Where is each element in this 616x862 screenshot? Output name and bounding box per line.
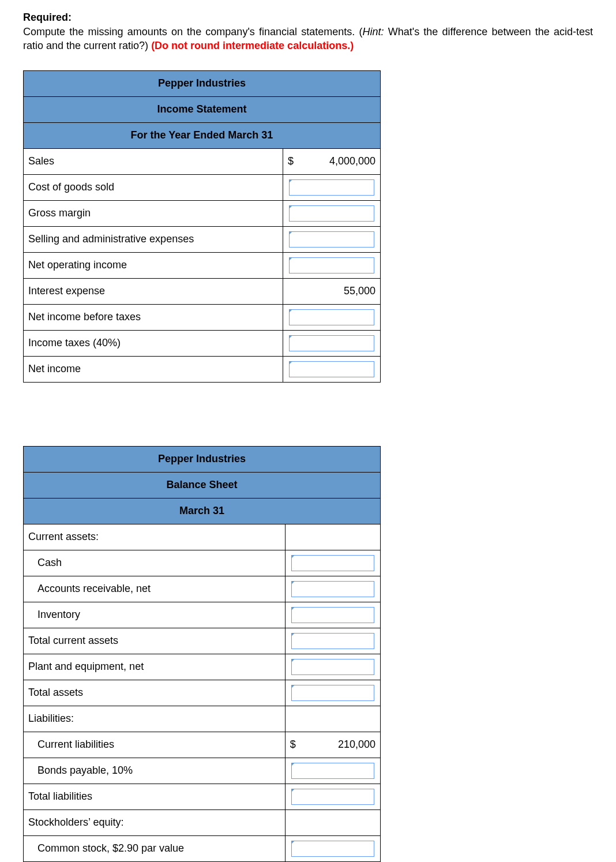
amount-value: 55,000 [344,285,375,297]
is-row: Cost of goods sold [24,174,381,200]
instr-warning: (Do not round intermediate calculations.… [151,40,354,51]
bs-row-label: Total current assets [24,628,286,654]
is-input-cell[interactable] [283,200,381,226]
bs-row: Stockholders’ equity: [24,809,381,835]
is-input-cell[interactable] [283,174,381,200]
is-input-cell[interactable] [283,304,381,330]
instructions-text: Compute the missing amounts on the compa… [23,25,593,53]
bs-input-cell[interactable] [285,550,380,576]
bs-title-period: March 31 [24,498,381,524]
is-row: Sales$4,000,000 [24,148,381,174]
bs-row: Current liabilities$210,000 [24,732,381,758]
bs-row-label: Cash [24,550,286,576]
bs-input-cell[interactable] [285,602,380,628]
is-row: Selling and administrative expenses [24,226,381,252]
amount-value: 4,000,000 [329,155,375,167]
bs-blank-cell [285,524,380,550]
is-row: Net operating income [24,252,381,278]
is-row-label: Net income before taxes [24,304,283,330]
bs-input-cell[interactable] [285,758,380,784]
is-input-cell[interactable] [283,252,381,278]
editable-field[interactable] [289,205,374,222]
editable-field[interactable] [291,607,374,623]
bs-input-cell[interactable] [285,576,380,602]
is-title-period: For the Year Ended March 31 [24,122,381,148]
editable-field[interactable] [289,231,374,248]
editable-field[interactable] [291,581,374,597]
instr-hint-label: Hint: [363,26,384,38]
bs-title-statement: Balance Sheet [24,472,381,498]
instr-part1: Compute the missing amounts on the compa… [23,26,363,38]
editable-field[interactable] [289,179,374,196]
editable-field[interactable] [291,763,374,779]
is-row-label: Net operating income [24,252,283,278]
bs-row: Inventory [24,602,381,628]
bs-input-cell[interactable] [285,784,380,809]
is-title-statement: Income Statement [24,96,381,122]
bs-row-label: Liabilities: [24,706,286,732]
bs-input-cell[interactable] [285,835,380,861]
is-row: Net income before taxes [24,304,381,330]
bs-row-label: Plant and equipment, net [24,654,286,680]
required-label: Required: [23,12,593,24]
bs-row-label: Current assets: [24,524,286,550]
editable-field[interactable] [291,841,374,857]
bs-blank-cell [285,809,380,835]
bs-row: Cash [24,550,381,576]
bs-value-cell: $210,000 [285,732,380,758]
bs-row: Current assets: [24,524,381,550]
currency-symbol: $ [290,739,296,751]
is-row-label: Net income [24,356,283,382]
editable-field[interactable] [291,789,374,805]
bs-row: Total liabilities [24,784,381,809]
bs-row-label: Accounts receivable, net [24,576,286,602]
is-row: Gross margin [24,200,381,226]
is-input-cell[interactable] [283,330,381,356]
bs-row: Accounts receivable, net [24,576,381,602]
bs-row-label: Total assets [24,680,286,706]
bs-input-cell[interactable] [285,654,380,680]
is-row: Interest expense55,000 [24,278,381,304]
editable-field[interactable] [291,555,374,571]
bs-row-label: Bonds payable, 10% [24,758,286,784]
editable-field[interactable] [289,309,374,325]
is-input-cell[interactable] [283,226,381,252]
bs-blank-cell [285,706,380,732]
bs-row: Total current assets [24,628,381,654]
is-input-cell[interactable] [283,356,381,382]
amount-value: 210,000 [338,739,375,750]
bs-input-cell[interactable] [285,628,380,654]
is-row-label: Sales [24,148,283,174]
income-statement-table: Pepper Industries Income Statement For t… [23,70,381,383]
is-title-company: Pepper Industries [24,70,381,96]
editable-field[interactable] [291,685,374,701]
balance-sheet-table: Pepper Industries Balance Sheet March 31… [23,446,381,862]
is-row: Income taxes (40%) [24,330,381,356]
is-row: Net income [24,356,381,382]
bs-row: Liabilities: [24,706,381,732]
is-row-label: Cost of goods sold [24,174,283,200]
bs-title-company: Pepper Industries [24,446,381,472]
bs-row: Common stock, $2.90 par value [24,835,381,861]
editable-field[interactable] [289,361,374,377]
currency-symbol: $ [288,155,294,167]
bs-row: Plant and equipment, net [24,654,381,680]
bs-row-label: Stockholders’ equity: [24,809,286,835]
is-value-cell: 55,000 [283,278,381,304]
is-value-cell: $4,000,000 [283,148,381,174]
bs-row-label: Common stock, $2.90 par value [24,835,286,861]
bs-row: Bonds payable, 10% [24,758,381,784]
bs-row-label: Current liabilities [24,732,286,758]
editable-field[interactable] [291,659,374,675]
editable-field[interactable] [291,633,374,649]
editable-field[interactable] [289,257,374,273]
is-row-label: Gross margin [24,200,283,226]
editable-field[interactable] [289,335,374,351]
is-row-label: Income taxes (40%) [24,330,283,356]
bs-row: Total assets [24,680,381,706]
bs-input-cell[interactable] [285,680,380,706]
bs-row-label: Inventory [24,602,286,628]
is-row-label: Interest expense [24,278,283,304]
is-row-label: Selling and administrative expenses [24,226,283,252]
bs-row-label: Total liabilities [24,784,286,809]
